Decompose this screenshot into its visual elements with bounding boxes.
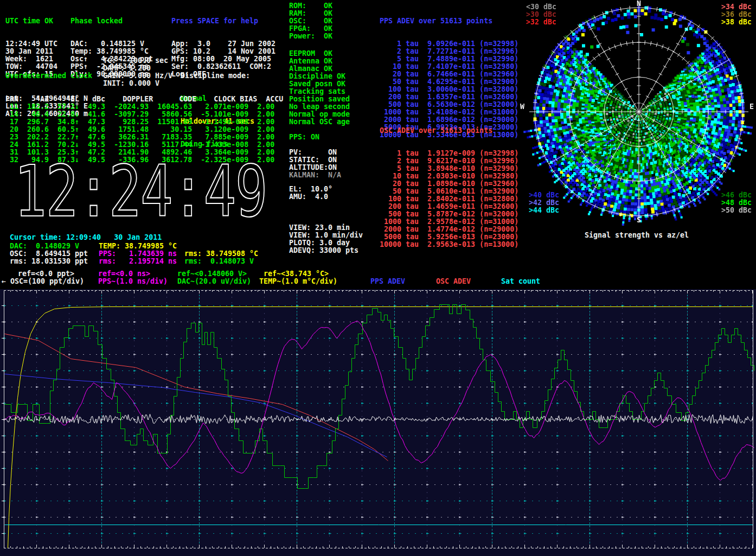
view-line: PLOTQ: 3.0 day	[289, 239, 363, 247]
osc-adev-row: 1 tau 1.9127e-009 (n=32998)	[380, 150, 518, 157]
help-panel: Press SPACE for help App: 3.0 27 Jun 200…	[171, 2, 276, 55]
cursor-osc: OSC: 8.649415 ppt	[10, 250, 88, 258]
health-line: Normal op mode	[289, 111, 350, 118]
fix-mode-line: STATIC: ON	[289, 156, 337, 164]
health-line: Saved posn OK	[289, 80, 350, 88]
pps-adev-legend: PPS ADEV	[370, 278, 405, 285]
selftest-line: OSC: OK	[289, 17, 332, 25]
sat-table-header: PRN °AZ °EL dBc DOPPLER CODE CLOCK BIAS …	[5, 95, 283, 103]
pps-adev-row: 1 tau 9.0926e-011 (n=32998)	[380, 40, 518, 48]
osc-adev-row: 500 tau 5.8787e-012 (n=32000)	[380, 210, 518, 218]
health-line: Position saved	[289, 95, 350, 103]
dbc-legend-item: >38 dBc	[721, 18, 752, 26]
pps-scale: PPS~(1.0 ns/div)	[98, 278, 168, 285]
sat-row: 14 46.4 22.8↓ 41.6 -3097.29 5860.56 -5.1…	[5, 111, 274, 118]
health-line: Tracking sats	[289, 88, 350, 95]
pps-adev-row: 200 tau 1.6357e-011 (n=32600)	[380, 93, 518, 101]
osc-adev-table: OSC ADEV over 51613 points 1 tau 1.9127e…	[380, 112, 518, 165]
pps-adev-row: 50 tau 4.6295e-011 (n=32900)	[380, 78, 518, 86]
pps-adev-row: 2 tau 7.7271e-011 (n=32996)	[380, 48, 518, 55]
kalman-state: KALMAN: N/A	[289, 171, 341, 179]
pps-ref: ref=<0.0 ns>	[98, 270, 150, 278]
selftest-line: Power: OK	[289, 33, 332, 40]
osc-adev-rows: 1 tau 1.9127e-009 (n=32998) 2 tau 9.6217…	[380, 150, 518, 157]
receiver-mode: Overdetermined clock	[5, 72, 92, 80]
dbc-legend-item: >42 dBc	[529, 199, 559, 207]
dbc-legend-item: <30 dBc	[526, 3, 556, 11]
health-line: No leap second	[289, 103, 350, 111]
pps-adev-rows: 1 tau 9.0926e-011 (n=32998) 2 tau 7.7271…	[380, 40, 518, 48]
health-line: Antenna OK	[289, 57, 350, 65]
loop-params: TC: 100.0 secDAMP: 1.200GAIN:-5.000 Hz/V…	[103, 57, 172, 87]
dbc-legend-item: >36 dBc	[721, 11, 752, 18]
compass-s: S	[637, 216, 641, 224]
dbc-legend-low: <30 dBc>30 dBc>32 dBc	[526, 3, 556, 26]
compass-e: E	[749, 103, 754, 111]
version-lines: App: 3.0 27 Jun 2002GPS: 10.2 14 Nov 200…	[171, 40, 276, 48]
mask-panel: EL: 10.0°AMU: 4.0	[289, 186, 332, 201]
view-line: VIEW: 23.0 min	[289, 224, 363, 232]
utc-line: 30 Jan 2011	[5, 48, 57, 55]
selftest-line: RAM: OK	[289, 10, 332, 17]
compass-n: N	[637, 0, 641, 8]
selftest-line: FPGA: OK	[289, 25, 332, 33]
dbc-legend-top: >46 dBc>48 dBc>50 dBc	[721, 191, 752, 214]
osc-adev-legend: OSC ADEV	[436, 278, 471, 285]
osc-ref: ref=<0.0 ppt>	[18, 270, 74, 278]
sat-row: 24 161.2 70.2↓ 49.5 -1230.16 5117.44 -1.…	[5, 141, 274, 149]
loop-line: INIT: 0.000 V	[103, 80, 172, 87]
dbc-legend-item: >44 dBc	[529, 207, 559, 214]
dbc-legend-item: >48 dBc	[721, 199, 752, 207]
digital-clock: 12:24:49	[14, 157, 267, 227]
view-line: ADEVQ: 33000 pts	[289, 247, 363, 254]
phase-panel: Phase locked DAC: 0.148125 VTemp: 38.749…	[71, 2, 153, 55]
fix-mode-line: ALTITUDE:ON	[289, 164, 337, 171]
dbc-legend-item: >50 dBc	[721, 207, 752, 214]
dbc-legend-item: >46 dBc	[721, 191, 752, 199]
phase-line: DAC: 0.148125 V	[71, 40, 153, 48]
osc-adev-row: 1000 tau 2.9578e-012 (n=31000)	[380, 218, 518, 226]
health-line: Almanac OK	[289, 65, 350, 73]
osc-adev-row: 100 tau 2.8402e-011 (n=32800)	[380, 195, 518, 203]
pps-state: PPS: ON	[289, 133, 319, 141]
version-line: App: 3.0 27 Jun 2002	[171, 40, 276, 48]
osc-adev-row: 5000 tau 5.9256e-013 (n=23000)	[380, 233, 518, 241]
health-line: Discipline OK	[289, 73, 350, 80]
osc-adev-row: 10 tau 2.0303e-010 (n=32980)	[380, 172, 518, 180]
fix-mode-line: PV: ON	[289, 149, 337, 156]
rms-osc: rms: 18.031530 ppt	[10, 258, 88, 265]
fix-modes: PV: ONSTATIC: ONALTITUDE:ON	[289, 149, 337, 171]
osc-scale: ← OSC=(100 ppt/div)	[2, 278, 84, 285]
dbc-legend-item: >40 dBc	[529, 191, 559, 199]
mask-line: EL: 10.0°	[289, 186, 332, 193]
health-line: EEPROM OK	[289, 50, 350, 57]
pps-adev-title: PPS ADEV over 51613 points	[380, 17, 518, 25]
osc-adev-row: 20 tau 1.0898e-010 (n=32960)	[380, 180, 518, 188]
dbc-legend-high: >40 dBc>42 dBc>44 dBc	[529, 191, 559, 214]
utc-status: UTC time OK	[5, 17, 57, 25]
health-panel: EEPROM OKAntenna OKAlmanac OKDiscipline …	[289, 50, 350, 126]
phase-line: Temp: 38.749985 °C	[71, 48, 153, 55]
health-line: Normal OSC age	[289, 118, 350, 126]
dac-ref: ref~<0.148060 V>	[177, 270, 247, 278]
dac-scale: DAC~(20.0 uV/div)	[177, 278, 251, 285]
pps-adev-row: 5 tau 7.4889e-011 (n=32990)	[380, 55, 518, 63]
pps-adev-row: 10 tau 7.4107e-011 (n=32980)	[380, 63, 518, 71]
loop-line: TC: 100.0 sec	[103, 57, 172, 65]
sat-row: 11 182.2 57.2↓ 49.3 -2024.93 16045.63 2.…	[5, 103, 274, 111]
osc-adev-row: 5 tau 3.8948e-010 (n=32990)	[380, 165, 518, 172]
utc-time-panel: UTC time OK 12:24:49 UTC30 Jan 2011Week:…	[5, 2, 57, 55]
cursor-pps: PPS: 1.743639 ns	[99, 250, 177, 258]
view-line: VIEW: 1.0 min/div	[289, 232, 363, 239]
sat-row: 17 296.7 34.8↑ 47.3 928.25 11501.69 -1.1…	[5, 118, 274, 126]
discipline-title: Discipline mode:	[181, 72, 254, 80]
pps-adev-row: 500 tau 6.5630e-012 (n=32000)	[380, 101, 518, 108]
osc-adev-row: 200 tau 1.4659e-011 (n=32600)	[380, 203, 518, 210]
osc-adev-row: 50 tau 5.0610e-011 (n=32900)	[380, 188, 518, 195]
history-strip-chart	[0, 289, 756, 556]
pps-adev-table: PPS ADEV over 51613 points 1 tau 9.0926e…	[380, 2, 518, 55]
phase-lines: DAC: 0.148125 VTemp: 38.749985 °COsc↑ 4.…	[71, 40, 153, 48]
version-line: GPS: 10.2 14 Nov 2001	[171, 48, 276, 55]
rms-dac: rms: 0.148073 V	[184, 258, 254, 265]
help-hint: Press SPACE for help	[171, 17, 276, 25]
